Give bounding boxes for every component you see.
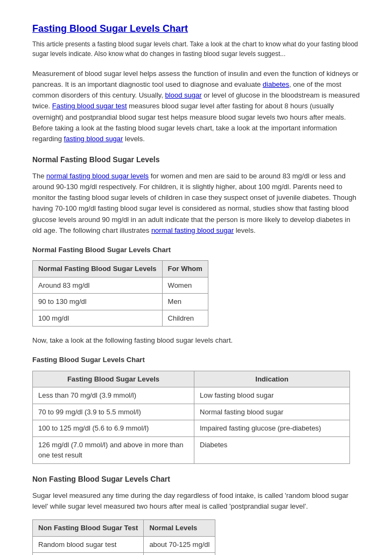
section1-text-pre: The	[32, 172, 46, 180]
table-row: 90 to 130 mg/dlMen	[33, 294, 208, 310]
table-cell: Children	[162, 310, 208, 327]
chart2-header-row: Fasting Blood Sugar Levels Indication	[33, 371, 350, 387]
table-cell: 70 to 99 mg/dl (3.9 to 5.5 mmol/l)	[33, 404, 194, 420]
diabetes-link[interactable]: diabetes	[263, 80, 289, 88]
table-cell: about 70-145 mg/dl	[144, 553, 215, 555]
table-cell: Around 83 mg/dl	[33, 277, 163, 294]
fasting-levels-table: Fasting Blood Sugar Levels Indication Le…	[32, 371, 350, 464]
chart3-header-1: Normal Levels	[144, 520, 215, 537]
chart2-header-0: Fasting Blood Sugar Levels	[33, 371, 194, 387]
table-row: 100 mg/dlChildren	[33, 310, 208, 327]
normal-fasting-table: Normal Fasting Blood Sugar Levels For Wh…	[32, 260, 208, 327]
page-title: Fasting Blood Sugar Levels Chart	[32, 22, 360, 36]
fasting-blood-sugar-link[interactable]: fasting blood sugar	[64, 135, 123, 143]
table-row: Around 83 mg/dlWomen	[33, 277, 208, 294]
table-cell: 100 to 125 mg/dl (5.6 to 6.9 mmol/l)	[33, 420, 194, 437]
table-cell: 90 to 130 mg/dl	[33, 294, 163, 310]
chart2-header-1: Indication	[194, 371, 350, 387]
chart1-header-1: For Whom	[162, 261, 208, 278]
table-header-row: Normal Fasting Blood Sugar Levels For Wh…	[33, 261, 208, 278]
chart2-heading: Fasting Blood Sugar Levels Chart	[32, 355, 360, 365]
table-cell: Women	[162, 277, 208, 294]
table-cell: Men	[162, 294, 208, 310]
normal-fasting-blood-sugar-link[interactable]: normal fasting blood sugar	[151, 226, 234, 234]
chart1-header-0: Normal Fasting Blood Sugar Levels	[33, 261, 163, 278]
intro-text-5: levels.	[123, 135, 144, 143]
table-cell: Less than 70 mg/dl (3.9 mmol/l)	[33, 387, 194, 404]
chart3-header-0: Non Fasting Blood Sugar Test	[33, 520, 144, 537]
section2-text: Sugar level measured any time during the…	[32, 490, 360, 512]
non-fasting-table: Non Fasting Blood Sugar Test Normal Leve…	[32, 519, 215, 555]
chart1-after-text: Now, take a look at the following fastin…	[32, 335, 360, 346]
chart1-heading: Normal Fasting Blood Sugar Levels Chart	[32, 245, 360, 255]
table-cell: 100 mg/dl	[33, 310, 163, 327]
subtitle: This article presents a fasting blood su…	[32, 39, 360, 59]
table-cell: Diabetes	[194, 436, 350, 463]
table-cell: Random blood sugar test	[33, 536, 144, 553]
table-cell: 126 mg/dl (7.0 mmol/l) and above in more…	[33, 436, 194, 463]
table-cell: Impaired fasting glucose (pre-diabetes)	[194, 420, 350, 437]
table-cell: Low fasting blood sugar	[194, 387, 350, 404]
table-cell: Normal fasting blood sugar	[194, 404, 350, 420]
section1-heading: Normal Fasting Blood Sugar Levels	[32, 154, 360, 165]
table-row: 70 to 99 mg/dl (3.9 to 5.5 mmol/l)Normal…	[33, 404, 350, 420]
table-row: Postprandial blood sugar testabout 70-14…	[33, 553, 215, 555]
table-cell: Postprandial blood sugar test	[33, 553, 144, 555]
table-row: 100 to 125 mg/dl (5.6 to 6.9 mmol/l)Impa…	[33, 420, 350, 437]
non-fasting-table-wrap: Non Fasting Blood Sugar Test Normal Leve…	[32, 519, 360, 555]
table-row: Random blood sugar testabout 70-125 mg/d…	[33, 536, 215, 553]
table-row: 126 mg/dl (7.0 mmol/l) and above in more…	[33, 436, 350, 463]
normal-fasting-table-wrap: Normal Fasting Blood Sugar Levels For Wh…	[32, 260, 360, 327]
section1-paragraph: The normal fasting blood sugar levels fo…	[32, 171, 360, 236]
fasting-levels-table-wrap: Fasting Blood Sugar Levels Indication Le…	[32, 371, 360, 464]
chart3-header-row: Non Fasting Blood Sugar Test Normal Leve…	[33, 520, 215, 537]
normal-fasting-levels-link[interactable]: normal fasting blood sugar levels	[46, 172, 149, 180]
section1-text-post: for women and men are said to be around …	[32, 172, 356, 234]
intro-paragraph: Measurement of blood sugar level helps a…	[32, 68, 360, 144]
blood-sugar-link[interactable]: blood sugar	[165, 91, 202, 99]
section2-heading: Non Fasting Blood Sugar Levels Chart	[32, 474, 360, 485]
fasting-blood-sugar-test-link[interactable]: Fasting blood sugar test	[52, 102, 127, 110]
table-row: Less than 70 mg/dl (3.9 mmol/l)Low fasti…	[33, 387, 350, 404]
section1-text-end: levels.	[234, 226, 255, 234]
table-cell: about 70-125 mg/dl	[144, 536, 215, 553]
